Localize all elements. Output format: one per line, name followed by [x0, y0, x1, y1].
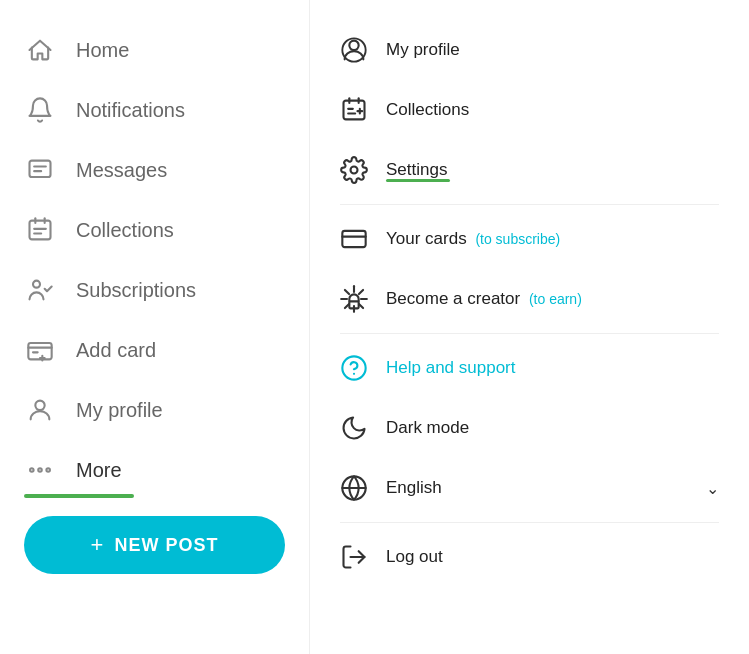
new-post-button[interactable]: + NEW POST: [24, 516, 285, 574]
sidebar-item-home[interactable]: Home: [0, 20, 309, 80]
sidebar-item-messages-label: Messages: [76, 159, 167, 182]
svg-point-8: [33, 281, 40, 288]
your-cards-sub: (to subscribe): [475, 231, 560, 247]
sidebar-item-add-card[interactable]: Add card: [0, 320, 309, 380]
more-active-indicator: [24, 494, 134, 498]
become-creator-sub: (to earn): [529, 291, 582, 307]
svg-point-15: [30, 468, 33, 472]
svg-point-18: [349, 41, 358, 50]
log-out-icon: [340, 543, 368, 571]
my-profile-icon: [24, 394, 56, 426]
right-help-support-label: Help and support: [386, 358, 515, 378]
plus-icon: +: [91, 532, 105, 558]
become-creator-icon: [340, 285, 368, 313]
right-collections-icon: [340, 96, 368, 124]
right-item-english[interactable]: English ⌄: [340, 458, 719, 518]
new-post-label: NEW POST: [114, 535, 218, 556]
english-chevron-icon: ⌄: [706, 479, 719, 498]
right-collections-label: Collections: [386, 100, 469, 120]
sidebar-item-more[interactable]: More: [0, 440, 309, 500]
sidebar-item-subscriptions[interactable]: Subscriptions: [0, 260, 309, 320]
right-log-out-label: Log out: [386, 547, 443, 567]
svg-point-17: [46, 468, 50, 472]
sidebar-item-notifications[interactable]: Notifications: [0, 80, 309, 140]
svg-line-35: [359, 290, 363, 294]
divider-3: [340, 522, 719, 523]
right-dark-mode-label: Dark mode: [386, 418, 469, 438]
notifications-icon: [24, 94, 56, 126]
sidebar-item-my-profile[interactable]: My profile: [0, 380, 309, 440]
sidebar: Home Notifications Messages: [0, 0, 310, 654]
dark-mode-icon: [340, 414, 368, 442]
right-your-cards-label: Your cards (to subscribe): [386, 229, 560, 249]
svg-rect-20: [344, 101, 365, 120]
right-item-become-creator[interactable]: Become a creator (to earn): [340, 269, 719, 329]
your-cards-icon: [340, 225, 368, 253]
sidebar-item-messages[interactable]: Messages: [0, 140, 309, 200]
sidebar-item-subscriptions-label: Subscriptions: [76, 279, 196, 302]
help-support-icon: [340, 354, 368, 382]
more-icon: [24, 454, 56, 486]
right-item-my-profile[interactable]: My profile: [340, 20, 719, 80]
sidebar-item-collections[interactable]: Collections: [0, 200, 309, 260]
right-item-your-cards[interactable]: Your cards (to subscribe): [340, 209, 719, 269]
right-item-settings[interactable]: Settings: [340, 140, 719, 200]
subscriptions-icon: [24, 274, 56, 306]
home-icon: [24, 34, 56, 66]
add-card-icon: [24, 334, 56, 366]
right-panel: My profile Collections Settings: [310, 0, 749, 654]
right-item-help-support[interactable]: Help and support: [340, 338, 719, 398]
sidebar-item-add-card-label: Add card: [76, 339, 156, 362]
sidebar-item-collections-label: Collections: [76, 219, 174, 242]
divider-1: [340, 204, 719, 205]
svg-rect-3: [30, 221, 51, 240]
sidebar-item-more-label: More: [76, 459, 122, 482]
right-item-log-out[interactable]: Log out: [340, 527, 719, 587]
svg-rect-0: [30, 161, 51, 177]
settings-icon: [340, 156, 368, 184]
svg-point-25: [351, 167, 358, 174]
svg-point-14: [35, 401, 44, 410]
sidebar-item-notifications-label: Notifications: [76, 99, 185, 122]
settings-active-indicator: [386, 179, 450, 182]
svg-rect-26: [342, 231, 365, 247]
right-item-dark-mode[interactable]: Dark mode: [340, 398, 719, 458]
right-settings-label: Settings: [386, 160, 447, 180]
svg-rect-9: [28, 343, 51, 359]
right-become-creator-label: Become a creator (to earn): [386, 289, 582, 309]
right-english-label: English: [386, 478, 442, 498]
sidebar-item-home-label: Home: [76, 39, 129, 62]
right-my-profile-icon: [340, 36, 368, 64]
messages-icon: [24, 154, 56, 186]
svg-line-30: [345, 290, 349, 294]
sidebar-item-my-profile-label: My profile: [76, 399, 163, 422]
svg-point-16: [38, 468, 42, 472]
divider-2: [340, 333, 719, 334]
collections-icon: [24, 214, 56, 246]
language-icon: [340, 474, 368, 502]
svg-point-37: [342, 356, 365, 379]
right-item-collections[interactable]: Collections: [340, 80, 719, 140]
svg-rect-36: [349, 301, 358, 308]
right-my-profile-label: My profile: [386, 40, 460, 60]
